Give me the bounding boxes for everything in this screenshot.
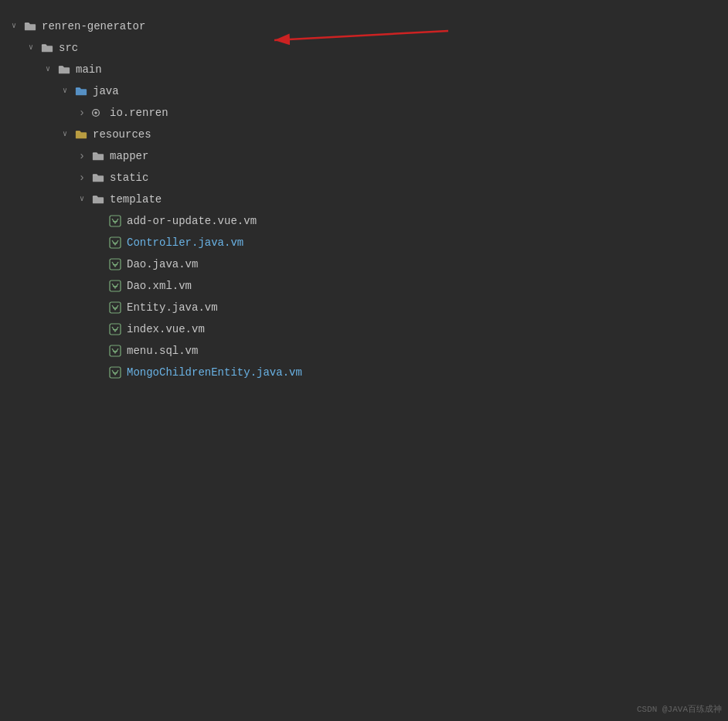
file-icon-menu-sql (108, 345, 122, 357)
label-renren-generator: renren-generator (42, 18, 145, 35)
label-src: src (59, 39, 78, 56)
tree-item-entity-java[interactable]: Entity.java.vm (8, 297, 720, 318)
tree-item-mongo-children[interactable]: MongoChildrenEntity.java.vm (8, 362, 720, 383)
tree-item-dao-java[interactable]: Dao.java.vm (8, 253, 720, 275)
file-icon-add-or-update (108, 215, 122, 227)
chevron-dao-xml (93, 280, 105, 292)
label-main: main (76, 61, 102, 78)
chevron-src (25, 42, 37, 54)
chevron-index-vue (93, 323, 105, 335)
tree-item-src[interactable]: src (8, 37, 720, 59)
folder-icon-io-renren (91, 107, 105, 119)
file-icon-mongo-children (108, 366, 122, 379)
folder-icon-java (74, 85, 88, 97)
chevron-menu-sql (93, 345, 105, 357)
label-mapper: mapper (110, 148, 148, 165)
label-entity-java: Entity.java.vm (127, 299, 218, 316)
tree-item-controller-java[interactable]: Controller.java.vm (8, 232, 720, 253)
label-java: java (93, 83, 119, 100)
tree-item-menu-sql[interactable]: menu.sql.vm (8, 340, 720, 362)
chevron-dao-java (93, 258, 105, 270)
folder-icon-mapper (91, 150, 105, 162)
chevron-mongo-children (93, 366, 105, 379)
chevron-template (76, 193, 88, 206)
label-add-or-update: add-or-update.vue.vm (127, 213, 257, 230)
folder-icon-resources (74, 128, 88, 141)
chevron-controller-java (93, 236, 105, 249)
tree-items-container: renren-generator src main java io.renren… (8, 15, 720, 383)
tree-item-java[interactable]: java (8, 80, 720, 102)
label-controller-java: Controller.java.vm (127, 234, 243, 251)
tree-item-renren-generator[interactable]: renren-generator (8, 15, 720, 37)
label-menu-sql: menu.sql.vm (127, 342, 198, 359)
folder-icon-renren-generator (23, 20, 37, 32)
folder-icon-main (57, 63, 71, 76)
file-icon-index-vue (108, 323, 122, 335)
label-template: template (110, 191, 162, 208)
file-icon-dao-xml (108, 280, 122, 292)
file-tree: renren-generator src main java io.renren… (0, 0, 728, 399)
chevron-main (42, 63, 54, 76)
file-icon-controller-java (108, 236, 122, 249)
label-dao-xml: Dao.xml.vm (127, 277, 192, 294)
tree-item-io-renren[interactable]: io.renren (8, 102, 720, 124)
chevron-resources (59, 128, 71, 141)
file-icon-entity-java (108, 301, 122, 314)
label-mongo-children: MongoChildrenEntity.java.vm (127, 364, 302, 381)
tree-item-resources[interactable]: resources (8, 124, 720, 145)
file-icon-dao-java (108, 258, 122, 270)
tree-item-index-vue[interactable]: index.vue.vm (8, 318, 720, 340)
label-dao-java: Dao.java.vm (127, 256, 198, 273)
tree-item-add-or-update[interactable]: add-or-update.vue.vm (8, 210, 720, 232)
tree-item-template[interactable]: template (8, 189, 720, 210)
chevron-renren-generator (8, 20, 20, 32)
chevron-io-renren (76, 107, 88, 119)
chevron-add-or-update (93, 215, 105, 227)
chevron-mapper (76, 150, 88, 162)
label-static: static (110, 169, 148, 186)
chevron-static (76, 172, 88, 184)
label-io-renren: io.renren (110, 104, 168, 121)
tree-item-static[interactable]: static (8, 167, 720, 189)
folder-icon-src (40, 42, 54, 54)
chevron-entity-java (93, 301, 105, 314)
label-resources: resources (93, 126, 151, 143)
label-index-vue: index.vue.vm (127, 321, 205, 338)
tree-item-dao-xml[interactable]: Dao.xml.vm (8, 275, 720, 297)
folder-icon-template (91, 193, 105, 206)
tree-item-main[interactable]: main (8, 59, 720, 80)
chevron-java (59, 85, 71, 97)
watermark-text: CSDN @JAVA百练成神 (637, 703, 722, 715)
svg-point-3 (94, 111, 97, 114)
tree-item-mapper[interactable]: mapper (8, 145, 720, 167)
folder-icon-static (91, 172, 105, 184)
